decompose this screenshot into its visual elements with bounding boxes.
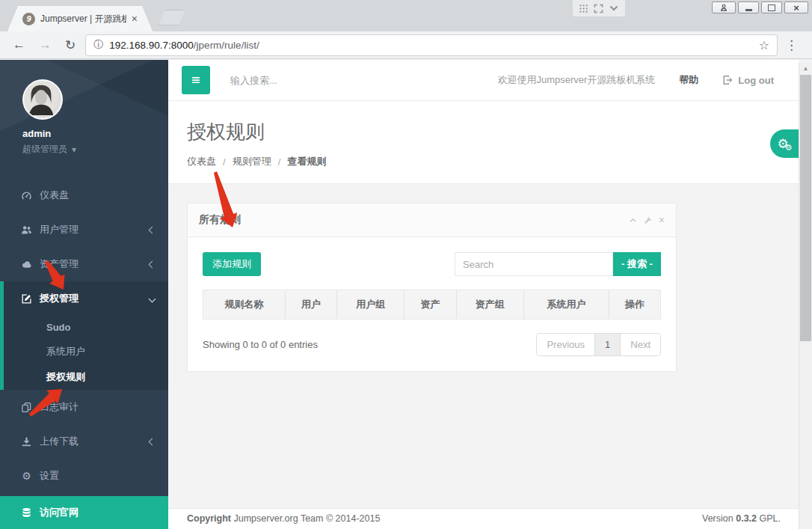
tab-title: Jumpserver | 开源跳板机 (40, 13, 126, 25)
sidebar-item-settings[interactable]: ⚙ 设置 (0, 459, 168, 493)
database-icon (20, 507, 33, 519)
chevron-left-icon (149, 226, 156, 233)
chevron-down-icon (149, 295, 156, 302)
sidebar-toggle-button[interactable] (182, 66, 210, 94)
close-window-button[interactable]: × (784, 1, 808, 13)
page-info-icon[interactable]: ⓘ (93, 38, 103, 52)
sidebar-item-user-management[interactable]: 用户管理 (0, 212, 168, 247)
content-area: 所有规则 × 添加规则 - 搜索 - (168, 183, 799, 508)
maximize-button[interactable] (761, 1, 782, 13)
column-header[interactable]: 资产组 (457, 290, 524, 319)
sidebar-item-official-site[interactable]: 访问官网 (0, 496, 168, 529)
column-header[interactable]: 用户 (286, 290, 338, 319)
sidebar-item-asset-management[interactable]: 资产管理 (0, 247, 168, 281)
column-header[interactable]: 操作 (609, 290, 660, 319)
scroll-up-icon[interactable]: ▲ (799, 63, 812, 74)
collapse-icon[interactable] (629, 216, 637, 224)
page-title: 授权规则 (187, 119, 799, 145)
browser-window: 9 Jumpserver | 开源跳板机 × × ← → ↻ ⓘ 192.168… (0, 0, 812, 529)
forward-icon[interactable]: → (32, 37, 58, 52)
url-host: 192.168.90.7:8000 (109, 40, 194, 51)
theme-settings-button[interactable]: ⚙ ⚙ (770, 129, 799, 158)
address-bar[interactable]: ⓘ 192.168.90.7:8000 /jperm/rule/list/ ☆ (85, 34, 778, 56)
sidebar-nav: 仪表盘 用户管理 资产管理 (0, 178, 168, 493)
hamburger-icon (190, 74, 202, 86)
back-icon[interactable]: ← (6, 37, 32, 52)
panel-title: 所有规则 (199, 213, 241, 227)
close-icon: × (793, 3, 799, 13)
dashboard-icon (20, 190, 33, 201)
cloud-icon (20, 259, 33, 270)
pagination: Previous 1 Next (536, 333, 661, 356)
sidebar-subitem-permission-rules[interactable]: 授权规则 (4, 364, 168, 390)
table-footer: Showing 0 to 0 of 0 entries Previous 1 N… (203, 333, 661, 356)
browser-tab[interactable]: 9 Jumpserver | 开源跳板机 × (7, 6, 153, 31)
profile-button[interactable] (712, 1, 736, 13)
pagination-next[interactable]: Next (621, 334, 660, 355)
sidebar-item-log-audit[interactable]: 日志审计 (0, 390, 168, 424)
welcome-text: 欢迎使用Jumpserver开源跳板机系统 (497, 73, 655, 87)
avatar[interactable] (22, 79, 63, 120)
column-header[interactable]: 规则名称 (203, 290, 286, 319)
minimize-button[interactable] (738, 1, 759, 13)
browser-menu-icon[interactable]: ⋮ (778, 37, 806, 53)
panel-header: 所有规则 × (188, 204, 676, 237)
sidebar-item-label: 访问官网 (40, 506, 79, 519)
gear-small-icon: ⚙ (785, 144, 793, 152)
panel-tools: × (629, 215, 665, 225)
breadcrumb-dashboard[interactable]: 仪表盘 (187, 155, 216, 168)
new-tab-button[interactable] (159, 10, 185, 25)
sidebar-item-permission-management[interactable]: 授权管理 (4, 281, 168, 316)
chevron-down-icon[interactable] (609, 3, 619, 13)
logout-link[interactable]: Log out (722, 75, 774, 86)
breadcrumb-separator: / (278, 156, 281, 168)
minimize-icon (745, 9, 752, 11)
pagination-previous[interactable]: Previous (537, 334, 595, 355)
grid-icon[interactable] (579, 4, 588, 13)
avatar-portrait (24, 81, 58, 115)
refresh-icon[interactable]: ↻ (58, 37, 82, 53)
sidebar-subitem-system-users[interactable]: 系统用户 (4, 339, 168, 364)
sidebar-item-dashboard[interactable]: 仪表盘 (0, 178, 168, 212)
favicon-icon: 9 (22, 13, 35, 25)
sidebar-subitem-sudo[interactable]: Sudo (4, 316, 168, 339)
caret-down-icon: ▾ (72, 144, 76, 155)
global-search-input[interactable] (229, 74, 396, 87)
entries-info: Showing 0 to 0 of 0 entries (203, 339, 318, 350)
search-group: - 搜索 - (455, 252, 661, 276)
search-button[interactable]: - 搜索 - (613, 252, 661, 276)
download-icon (20, 436, 33, 447)
sidebar-active-section: 授权管理 Sudo 系统用户 授权规则 (0, 281, 168, 390)
fullscreen-icon[interactable] (594, 4, 603, 13)
close-panel-icon[interactable]: × (659, 215, 665, 225)
window-controls: × (712, 1, 808, 13)
browser-tab-strip: 9 Jumpserver | 开源跳板机 × × (0, 0, 812, 31)
users-icon (20, 224, 33, 236)
scrollbar-thumb[interactable] (800, 75, 811, 341)
logout-label: Log out (738, 75, 774, 86)
gears-icon: ⚙ (20, 471, 33, 481)
logout-icon (722, 75, 733, 85)
sidebar-item-label: 仪表盘 (40, 189, 69, 202)
bookmark-star-icon[interactable]: ☆ (759, 38, 769, 52)
pagination-page-1[interactable]: 1 (595, 334, 621, 355)
column-header[interactable]: 用户组 (337, 290, 405, 319)
column-header[interactable]: 资产 (405, 290, 457, 319)
help-link[interactable]: 帮助 (679, 73, 698, 87)
column-header[interactable]: 系统用户 (524, 290, 610, 319)
sidebar-item-upload-download[interactable]: 上传下载 (0, 424, 168, 459)
sidebar: admin 超级管理员 ▾ 仪表盘 用户管理 (0, 60, 168, 529)
topbar-right: 欢迎使用Jumpserver开源跳板机系统 帮助 Log out (497, 73, 774, 87)
user-role-dropdown[interactable]: 超级管理员 ▾ (22, 143, 153, 156)
scrollbar[interactable]: ▲ (799, 63, 812, 529)
browser-toolbar: ← → ↻ ⓘ 192.168.90.7:8000 /jperm/rule/li… (0, 31, 812, 59)
copyright-text: Copyright Jumpserver.org Team © 2014-201… (187, 513, 380, 524)
wrench-icon[interactable] (644, 216, 652, 224)
chevron-left-icon (149, 438, 156, 445)
breadcrumb: 仪表盘 / 规则管理 / 查看规则 (187, 155, 799, 168)
breadcrumb-separator: / (223, 156, 226, 168)
copy-icon (20, 402, 33, 413)
add-rule-button[interactable]: 添加规则 (203, 252, 261, 276)
tab-close-icon[interactable]: × (132, 13, 138, 24)
table-search-input[interactable] (455, 252, 613, 276)
